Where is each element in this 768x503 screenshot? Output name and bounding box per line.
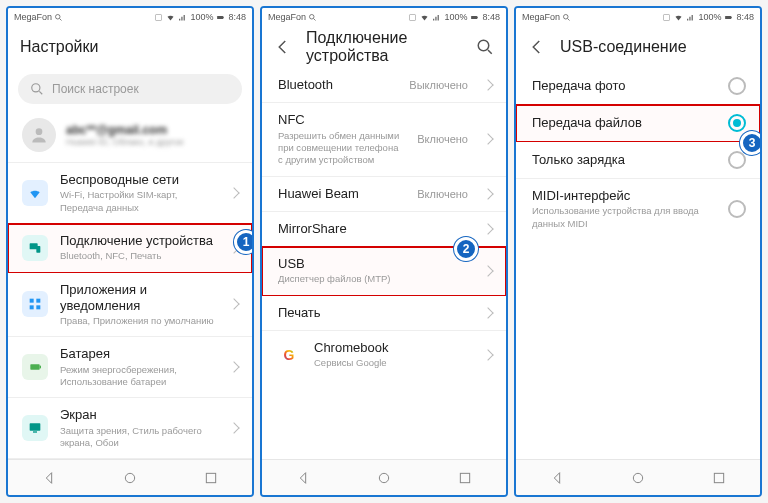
signal-icon (686, 13, 695, 22)
radio-icon[interactable] (728, 77, 746, 95)
row-usb[interactable]: USBДиспетчер файлов (MTP) 2 (262, 247, 506, 296)
carrier-label: MegaFon (14, 12, 52, 22)
svg-rect-9 (36, 246, 40, 253)
nav-back-icon[interactable] (295, 470, 311, 486)
radio-icon[interactable] (728, 200, 746, 218)
svg-rect-12 (30, 306, 34, 310)
svg-rect-14 (30, 365, 39, 370)
header: USB-соединение (516, 26, 760, 68)
account-row[interactable]: abc**@gmail.com Huawei ID, Облако, и дру… (8, 110, 252, 163)
svg-rect-32 (664, 14, 670, 20)
search-icon (562, 13, 571, 22)
radio-icon[interactable] (728, 151, 746, 169)
back-arrow-icon[interactable] (528, 38, 546, 56)
svg-rect-24 (472, 16, 478, 19)
svg-point-21 (310, 14, 315, 19)
svg-point-28 (379, 473, 388, 482)
svg-line-22 (314, 18, 316, 20)
wifi-icon (166, 13, 175, 22)
row-display[interactable]: ЭкранЗащита зрения, Стиль рабочего экран… (8, 398, 252, 459)
search-input[interactable]: Поиск настроек (18, 74, 242, 104)
svg-line-27 (488, 50, 492, 54)
account-text: abc**@gmail.com Huawei ID, Облако, и дру… (66, 123, 228, 147)
svg-rect-36 (715, 473, 724, 482)
header: Подключение устройства (262, 26, 506, 68)
clock-label: 8:48 (228, 12, 246, 22)
page-title: Настройки (20, 38, 240, 56)
row-wireless[interactable]: Беспроводные сетиWi-Fi, Настройки SIM-ка… (8, 163, 252, 224)
nfc-icon (662, 13, 671, 22)
svg-point-19 (125, 473, 134, 482)
row-apps[interactable]: Приложения и уведомленияПрава, Приложени… (8, 273, 252, 338)
svg-rect-2 (156, 14, 162, 20)
search-icon (30, 82, 44, 96)
row-bluetooth[interactable]: Bluetooth Выключено (262, 68, 506, 103)
svg-rect-13 (36, 306, 40, 310)
callout-badge-1: 1 (234, 230, 252, 254)
nav-bar (262, 459, 506, 495)
nav-home-icon[interactable] (630, 470, 646, 486)
row-battery[interactable]: БатареяРежим энергосбережения, Использов… (8, 337, 252, 398)
avatar (22, 118, 56, 152)
svg-rect-34 (732, 16, 733, 18)
battery-icon (216, 13, 225, 22)
status-bar: MegaFon 100% 8:48 (8, 8, 252, 26)
row-device-connection[interactable]: Подключение устройстваBluetooth, NFC, Пе… (8, 224, 252, 273)
row-chromebook[interactable]: G ChromebookСервисы Google (262, 331, 506, 379)
search-icon (308, 13, 317, 22)
back-arrow-icon[interactable] (274, 38, 292, 56)
callout-badge-3: 3 (740, 131, 760, 155)
svg-point-5 (32, 84, 40, 92)
nav-back-icon[interactable] (549, 470, 565, 486)
callout-badge-2: 2 (454, 237, 478, 261)
page-title: USB-соединение (560, 38, 748, 56)
row-photo-transfer[interactable]: Передача фото (516, 68, 760, 105)
row-print[interactable]: Печать (262, 296, 506, 331)
chevron-right-icon (482, 307, 493, 318)
row-huawei-beam[interactable]: Huawei Beam Включено (262, 177, 506, 212)
nav-bar (516, 459, 760, 495)
nav-recent-icon[interactable] (203, 470, 219, 486)
signal-icon (178, 13, 187, 22)
nav-home-icon[interactable] (122, 470, 138, 486)
row-charge-only[interactable]: Только зарядка (516, 142, 760, 179)
battery-label: 100% (190, 12, 213, 22)
person-icon (29, 125, 49, 145)
signal-icon (432, 13, 441, 22)
svg-rect-23 (410, 14, 416, 20)
svg-line-6 (39, 91, 42, 94)
chevron-right-icon (482, 265, 493, 276)
page-title: Подключение устройства (306, 29, 462, 65)
display-icon (22, 415, 48, 441)
row-nfc[interactable]: NFCРазрешить обмен данными при совмещени… (262, 103, 506, 176)
svg-point-30 (564, 14, 569, 19)
chevron-right-icon (482, 349, 493, 360)
apps-icon (22, 291, 48, 317)
svg-rect-25 (478, 16, 479, 18)
wifi-icon (420, 13, 429, 22)
svg-rect-15 (40, 366, 41, 369)
devices-icon (22, 235, 48, 261)
row-file-transfer[interactable]: Передача файлов 3 (516, 105, 760, 142)
search-placeholder: Поиск настроек (52, 82, 139, 96)
svg-point-7 (36, 128, 43, 135)
nfc-icon (154, 13, 163, 22)
phone-usb-connection: MegaFon 100%8:48 USB-соединение Передача… (514, 6, 762, 497)
svg-line-1 (60, 18, 62, 20)
svg-rect-17 (33, 432, 37, 433)
radio-icon-selected[interactable] (728, 114, 746, 132)
row-midi[interactable]: MIDI-интерфейсИспользование устройства д… (516, 179, 760, 239)
svg-rect-11 (36, 299, 40, 303)
chevron-right-icon (482, 188, 493, 199)
chevron-right-icon (228, 362, 239, 373)
wifi-icon (674, 13, 683, 22)
nav-home-icon[interactable] (376, 470, 392, 486)
nav-bar (8, 459, 252, 495)
nav-recent-icon[interactable] (457, 470, 473, 486)
nav-recent-icon[interactable] (711, 470, 727, 486)
svg-rect-16 (30, 424, 41, 431)
svg-point-35 (633, 473, 642, 482)
search-icon[interactable] (476, 38, 494, 56)
chevron-right-icon (482, 79, 493, 90)
nav-back-icon[interactable] (41, 470, 57, 486)
